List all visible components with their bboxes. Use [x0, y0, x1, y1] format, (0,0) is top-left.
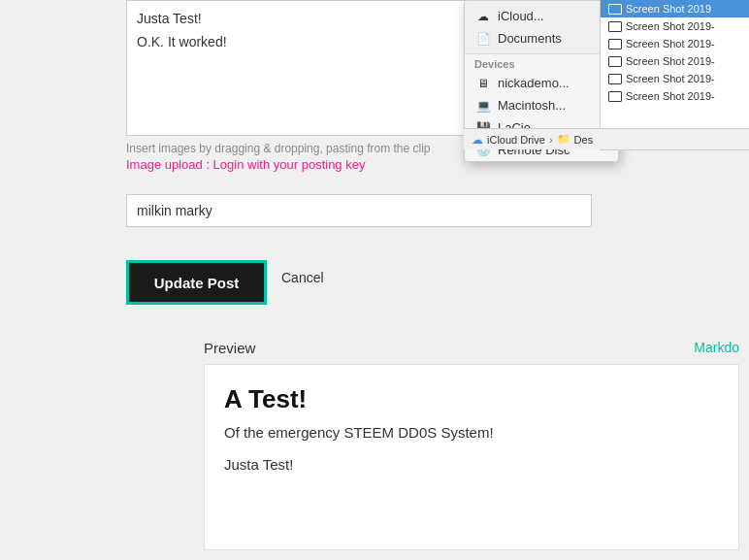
markdown-link[interactable]: Markdo — [694, 340, 739, 355]
breadcrumb-separator: › — [549, 134, 553, 146]
file-item-1[interactable]: Screen Shot 2019- — [601, 17, 749, 35]
file-icon-1 — [608, 21, 622, 32]
documents-item[interactable]: 📄 Documents — [465, 27, 618, 49]
file-icon-5 — [608, 91, 622, 102]
update-post-button[interactable]: Update Post — [126, 260, 267, 305]
image-upload-link[interactable]: Image upload : Login with your posting k… — [126, 157, 365, 172]
username-field[interactable] — [126, 194, 592, 227]
device-1-item[interactable]: 🖥 nickademo... — [465, 72, 618, 94]
editor-line-2: O.K. It worked! — [137, 34, 455, 49]
documents-icon: 📄 — [474, 32, 492, 46]
file-item-5[interactable]: Screen Shot 2019- — [601, 87, 749, 105]
preview-box: A Test! Of the emergency STEEM DD0S Syst… — [204, 364, 739, 550]
file-item-2[interactable]: Screen Shot 2019- — [601, 35, 749, 52]
file-icon-4 — [608, 74, 622, 84]
file-icon-0 — [608, 4, 622, 15]
devices-label: Devices — [465, 54, 618, 72]
icloud-icon: ☁ — [474, 10, 492, 23]
insert-hint: Insert images by dragging & dropping, pa… — [126, 138, 466, 159]
file-item-4[interactable]: Screen Shot 2019- — [601, 70, 749, 87]
file-item-0[interactable]: Screen Shot 2019 — [601, 0, 749, 17]
editor-line-1: Justa Test! — [137, 11, 455, 26]
breadcrumb-bar: ☁ iCloud Drive › 📁 Des — [464, 128, 749, 149]
monitor-icon: 🖥 — [474, 77, 492, 90]
preview-title: A Test! — [224, 384, 719, 414]
breadcrumb-cloud[interactable]: iCloud Drive — [487, 134, 545, 146]
preview-body: Justa Test! — [224, 456, 719, 473]
editor-text-box[interactable]: Justa Test! O.K. It worked! — [126, 0, 466, 136]
file-item-3[interactable]: Screen Shot 2019- — [601, 52, 749, 70]
file-icon-2 — [608, 39, 622, 49]
icloud-item[interactable]: ☁ iCloud... ✕ — [465, 5, 618, 27]
folder-icon: 📁 — [557, 133, 570, 146]
device-2-item[interactable]: 💻 Macintosh... — [465, 94, 618, 116]
preview-subtitle: Of the emergency STEEM DD0S System! — [224, 424, 719, 441]
finder-top-section: ☁ iCloud... ✕ 📄 Documents — [465, 1, 618, 54]
cloud-icon: ☁ — [472, 133, 483, 147]
breadcrumb-folder[interactable]: Des — [574, 134, 594, 146]
file-icon-3 — [608, 56, 622, 67]
preview-label: Preview — [204, 340, 255, 356]
cancel-button[interactable]: Cancel — [281, 270, 324, 285]
macintosh-icon: 💻 — [474, 99, 492, 113]
